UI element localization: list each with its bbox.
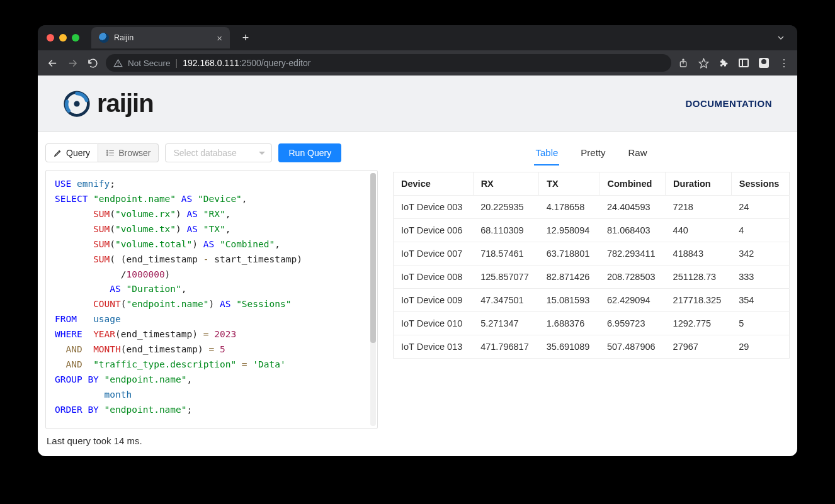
- table-cell: 47.347501: [473, 289, 539, 312]
- result-tabs: Table Pretty Raw: [393, 143, 790, 165]
- table-cell: IoT Device 013: [394, 335, 474, 359]
- table-cell: 62.429094: [599, 289, 666, 312]
- url-host: 192.168.0.111: [183, 58, 239, 68]
- query-tab-button[interactable]: Query: [45, 143, 98, 162]
- brand-logo[interactable]: raijin: [63, 89, 154, 118]
- close-window-button[interactable]: [47, 34, 54, 42]
- table-cell: 342: [731, 242, 789, 266]
- table-cell: 418843: [666, 242, 732, 266]
- table-cell: 1.688376: [539, 312, 599, 335]
- new-tab-button[interactable]: +: [237, 30, 254, 46]
- back-button[interactable]: [45, 58, 59, 69]
- svg-point-3: [118, 65, 118, 65]
- column-header[interactable]: Combined: [599, 172, 666, 196]
- table-cell: 6.959723: [599, 312, 666, 335]
- table-cell: 12.958094: [539, 219, 599, 242]
- maximize-window-button[interactable]: [72, 34, 79, 42]
- table-cell: IoT Device 007: [394, 242, 474, 266]
- browser-tab-label: Browser: [118, 148, 151, 158]
- column-header[interactable]: TX: [539, 172, 599, 196]
- share-icon[interactable]: [678, 57, 689, 69]
- minimize-window-button[interactable]: [59, 34, 67, 42]
- table-row[interactable]: IoT Device 00668.11030912.95809481.06840…: [394, 219, 790, 242]
- table-cell: 4.178658: [539, 196, 599, 219]
- warning-icon: [113, 59, 123, 68]
- table-cell: 217718.325: [666, 289, 732, 312]
- list-icon: [106, 148, 115, 157]
- table-cell: 20.225935: [473, 196, 539, 219]
- pencil-icon: [54, 148, 62, 157]
- table-cell: 68.110309: [473, 219, 539, 242]
- svg-point-11: [107, 152, 108, 154]
- tab-title: Raijin: [114, 33, 133, 42]
- table-cell: 5: [731, 312, 789, 335]
- table-cell: IoT Device 003: [394, 196, 474, 219]
- extensions-icon[interactable]: [718, 57, 729, 69]
- table-cell: 24: [731, 196, 789, 219]
- tab-overflow-button[interactable]: [773, 30, 788, 45]
- table-row[interactable]: IoT Device 013471.79681735.691089507.487…: [394, 335, 790, 359]
- column-header[interactable]: Sessions: [731, 172, 789, 196]
- url-input[interactable]: Not Secure | 192.168.0.111:2500/query-ed…: [106, 54, 671, 72]
- result-tab-pretty[interactable]: Pretty: [579, 143, 606, 165]
- column-header[interactable]: Device: [394, 172, 474, 196]
- table-cell: 125.857077: [473, 266, 539, 289]
- table-cell: 29: [731, 335, 789, 359]
- table-cell: IoT Device 006: [394, 219, 474, 242]
- table-row[interactable]: IoT Device 007718.5746163.718801782.2934…: [394, 242, 790, 266]
- svg-marker-6: [699, 59, 708, 67]
- browser-window: Raijin × + Not Secure | 192.168.0.111:25…: [38, 25, 797, 456]
- star-icon[interactable]: [698, 57, 709, 69]
- documentation-link[interactable]: DOCUMENTATION: [685, 98, 772, 109]
- query-toolbar: Query Browser Select database Run Query: [45, 143, 378, 162]
- sql-code: USE emnify; SELECT "endpoint.name" AS "D…: [55, 177, 372, 418]
- table-cell: 82.871426: [539, 266, 599, 289]
- table-row[interactable]: IoT Device 00320.2259354.17865824.404593…: [394, 196, 790, 219]
- table-cell: IoT Device 010: [394, 312, 474, 335]
- status-bar: Last query took 14 ms.: [45, 429, 378, 449]
- table-cell: 81.068403: [599, 219, 666, 242]
- column-header[interactable]: RX: [473, 172, 539, 196]
- run-query-button[interactable]: Run Query: [278, 143, 341, 162]
- security-label: Not Secure: [128, 59, 171, 68]
- table-cell: 4: [731, 219, 789, 242]
- table-cell: 35.691089: [539, 335, 599, 359]
- reload-button[interactable]: [86, 58, 99, 69]
- table-cell: 15.081593: [539, 289, 599, 312]
- close-tab-icon[interactable]: ×: [217, 33, 222, 43]
- table-cell: IoT Device 008: [394, 266, 474, 289]
- result-tab-table[interactable]: Table: [534, 143, 559, 165]
- page-content: raijin DOCUMENTATION Query Browser: [38, 76, 797, 456]
- table-row[interactable]: IoT Device 0105.2713471.6883766.95972312…: [394, 312, 790, 335]
- table-row[interactable]: IoT Device 008125.85707782.871426208.728…: [394, 266, 790, 289]
- favicon-icon: [99, 33, 109, 43]
- table-cell: IoT Device 009: [394, 289, 474, 312]
- sql-editor[interactable]: USE emnify; SELECT "endpoint.name" AS "D…: [45, 170, 378, 429]
- url-path: :2500/query-editor: [239, 58, 311, 68]
- table-row[interactable]: IoT Device 00947.34750115.08159362.42909…: [394, 289, 790, 312]
- table-header-row: DeviceRXTXCombinedDurationSessions: [394, 172, 790, 196]
- table-cell: 333: [731, 266, 789, 289]
- table-cell: 718.57461: [473, 242, 539, 266]
- browser-tab-button[interactable]: Browser: [98, 143, 159, 162]
- page-header: raijin DOCUMENTATION: [38, 76, 797, 132]
- address-bar: Not Secure | 192.168.0.111:2500/query-ed…: [38, 50, 797, 76]
- svg-point-9: [107, 150, 108, 152]
- browser-tab[interactable]: Raijin ×: [91, 27, 230, 48]
- table-cell: 208.728503: [599, 266, 666, 289]
- browser-menu-icon[interactable]: ⋮: [778, 57, 790, 69]
- forward-button[interactable]: [65, 58, 79, 69]
- database-select[interactable]: Select database: [165, 143, 272, 162]
- scrollbar-thumb[interactable]: [370, 173, 376, 343]
- table-cell: 1292.775: [666, 312, 732, 335]
- table-cell: 5.271347: [473, 312, 539, 335]
- database-placeholder: Select database: [173, 148, 236, 158]
- column-header[interactable]: Duration: [666, 172, 732, 196]
- table-cell: 7218: [666, 196, 732, 219]
- panel-icon[interactable]: [738, 57, 749, 69]
- profile-icon[interactable]: [758, 57, 770, 69]
- table-cell: 354: [731, 289, 789, 312]
- tab-bar: Raijin × +: [38, 25, 797, 50]
- window-controls: [47, 34, 79, 42]
- result-tab-raw[interactable]: Raw: [627, 143, 649, 165]
